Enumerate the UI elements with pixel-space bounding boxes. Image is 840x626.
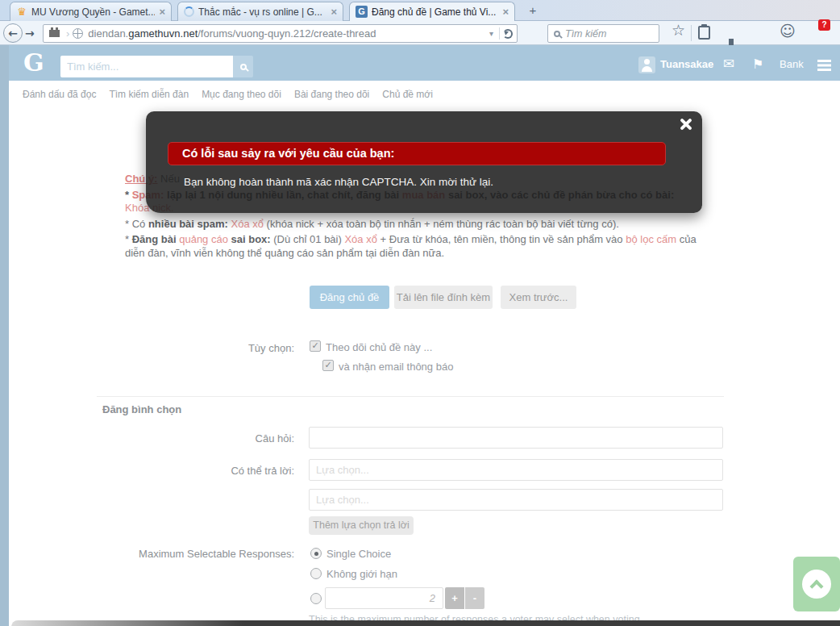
tab-close-icon[interactable]: × [502, 6, 509, 18]
search-magnifier-icon [554, 31, 560, 37]
download-helper-badge: ? [818, 19, 830, 31]
url-domain: gamethuvn.net [128, 27, 198, 40]
tab-mu-vuong-quyen[interactable]: ♛ MU Vương Quyền - Gamet... × [10, 2, 172, 21]
nav-new-threads[interactable]: Chủ đề mới [382, 89, 433, 100]
crown-favicon-icon: ♛ [16, 6, 27, 18]
chat-smiley-icon[interactable]: ☺ [780, 23, 796, 39]
nav-search-forum[interactable]: Tìm kiếm diễn đàn [109, 89, 189, 100]
forum-logo[interactable]: G [23, 48, 44, 77]
rule-many-spam-line: * Có nhiều bài spam: Xóa xổ (khóa nick +… [125, 218, 711, 232]
poll-question-label: Câu hỏi: [77, 432, 294, 444]
toolbar-separator [691, 25, 692, 41]
max-responses-input[interactable] [325, 587, 443, 609]
user-avatar-icon[interactable] [638, 56, 655, 73]
url-text[interactable]: diendan.gamethuvn.net/forums/vuong-quyn.… [88, 27, 487, 40]
url-bar[interactable]: › diendan.gamethuvn.net/forums/vuong-quy… [43, 24, 518, 43]
alerts-flag-icon[interactable]: ⚑ [752, 56, 763, 72]
hamburger-menu-icon[interactable] [817, 60, 831, 62]
rule-ads-line: * Đăng bài quảng cáo sai box: (Dù chỉ 01… [125, 233, 711, 260]
increment-button[interactable]: + [445, 587, 464, 609]
poll-question-input[interactable] [309, 427, 723, 449]
tab-title: Đăng chủ đề | Game thủ Vi... [372, 6, 498, 18]
nav-watched-threads[interactable]: Bài đang theo dõi [294, 89, 369, 100]
bookmark-star-icon[interactable]: ☆ [672, 22, 685, 38]
scroll-top-circle [802, 570, 831, 599]
nav-watched-forums[interactable]: Mục đang theo dõi [202, 89, 281, 100]
options-label: Tùy chọn: [77, 342, 294, 354]
tab-thac-mac[interactable]: Thắc mắc - vụ rs online | G... × [177, 2, 343, 21]
unlimited-radio[interactable] [310, 568, 322, 579]
site-identity-globe-icon[interactable] [73, 28, 83, 39]
max-responses-label: Maximum Selectable Responses: [77, 548, 294, 560]
preview-button[interactable]: Xem trước... [501, 286, 576, 309]
post-thread-button[interactable]: Đăng chủ đề [310, 286, 389, 309]
email-notify-label: và nhận email thông báo [339, 361, 453, 373]
watch-thread-label: Theo dõi chủ đề này ... [326, 341, 432, 353]
unlimited-label: Không giới hạn [326, 568, 397, 580]
gamethuvn-favicon-icon: G [356, 6, 368, 18]
forward-button[interactable]: → [25, 27, 35, 40]
browser-search-input[interactable] [565, 28, 646, 40]
new-tab-button[interactable]: + [522, 3, 543, 19]
poll-answers-label: Có thể trả lời: [77, 465, 294, 477]
firefox-window: ♛ MU Vương Quyền - Gamet... × Thắc mắc -… [0, 0, 840, 626]
forum-search-input[interactable] [60, 56, 233, 77]
username-link[interactable]: Tuansakae [660, 58, 713, 70]
forum-subnav: Đánh dấu đã đọc Tìm kiếm diễn đàn Mục đa… [0, 81, 840, 108]
tab-close-icon[interactable]: × [331, 6, 337, 18]
poll-section-divider [97, 396, 724, 397]
chevron-up-icon [810, 580, 824, 594]
poll-choice-input-2[interactable] [309, 489, 723, 511]
tab-close-icon[interactable]: × [159, 6, 165, 18]
back-button[interactable]: ← [3, 23, 23, 43]
modal-close-icon[interactable] [679, 118, 692, 131]
single-choice-radio[interactable] [310, 548, 322, 559]
nav-mark-read[interactable]: Đánh dấu đã đọc [23, 89, 96, 100]
browser-search-box[interactable] [547, 24, 659, 43]
bottom-dark-bar [11, 620, 840, 626]
custom-max-radio[interactable] [310, 593, 322, 604]
error-banner: Có lỗi sau sảy ra với yêu cầu của bạn: [168, 142, 666, 165]
window-left-edge [0, 45, 9, 626]
error-message: Bạn không hoàn thành mã xác nhận CAPTCHA… [184, 176, 493, 188]
magnifier-icon [240, 64, 247, 70]
reload-icon[interactable] [503, 29, 513, 39]
addon-brick-icon [49, 30, 60, 37]
forum-search-button[interactable] [233, 56, 253, 77]
captcha-error-modal: Có lỗi sau sảy ra với yêu cầu của bạn: B… [146, 111, 702, 213]
single-choice-label: Single Choice [326, 548, 391, 560]
poll-choice-input-1[interactable] [309, 459, 723, 481]
poll-section-heading: Đăng bình chọn [102, 403, 181, 415]
watch-thread-checkbox[interactable]: ✓ [310, 340, 321, 352]
tab-title: Thắc mắc - vụ rs online | G... [198, 6, 326, 18]
decrement-button[interactable]: - [465, 587, 484, 609]
add-choice-button[interactable]: Thêm lựa chọn trả lời [309, 516, 414, 535]
clipboard-icon[interactable] [698, 26, 710, 40]
tab-title: MU Vương Quyền - Gamet... [31, 6, 155, 18]
url-dropdown-icon[interactable]: ▾ [489, 29, 493, 38]
tab-bar: ♛ MU Vương Quyền - Gamet... × Thắc mắc -… [0, 0, 840, 21]
email-notify-checkbox[interactable]: ✓ [322, 360, 334, 371]
tab-dang-chu-de-active[interactable]: G Đăng chủ đề | Game thủ Vi... × [349, 2, 515, 21]
scroll-to-top-button[interactable] [793, 557, 840, 611]
url-subdomain: diendan. [88, 27, 128, 40]
bank-link[interactable]: Bank [780, 58, 804, 70]
url-divider [499, 27, 500, 40]
chevron-separator-icon: › [66, 27, 69, 40]
inbox-envelope-icon[interactable]: ✉ [723, 56, 734, 72]
loading-spinner-icon [184, 6, 194, 17]
upload-attachment-button[interactable]: Tải lên file đính kèm [394, 286, 493, 309]
url-path: /forums/vuong-quyn.212/create-thread [198, 27, 376, 40]
